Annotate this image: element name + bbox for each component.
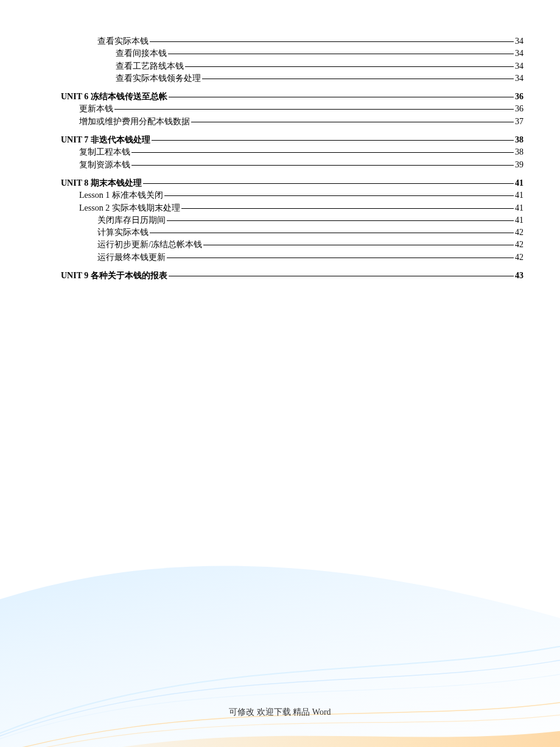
toc-leader-line bbox=[114, 109, 514, 110]
toc-entry: 查看间接本钱34 bbox=[61, 47, 523, 60]
page-footer: 可修改 欢迎下载 精品 Word bbox=[0, 707, 560, 718]
footer-text: 可修改 欢迎下载 精品 Word bbox=[229, 707, 331, 717]
toc-leader-line bbox=[143, 183, 514, 184]
toc-leader-line bbox=[169, 276, 514, 276]
toc-entry: UNIT 7 非迭代本钱处理38 bbox=[61, 134, 523, 146]
toc-leader-line bbox=[167, 258, 514, 258]
toc-entry-page: 38 bbox=[515, 146, 523, 158]
toc-entry-page: 36 bbox=[515, 91, 523, 103]
toc-entry-page: 42 bbox=[515, 251, 523, 264]
toc-entry-page: 39 bbox=[515, 159, 523, 171]
toc-entry-page: 34 bbox=[515, 47, 523, 60]
toc-leader-line bbox=[168, 54, 514, 54]
toc-entry: 查看实际本钱领务处理34 bbox=[61, 72, 523, 85]
toc-entry-label: UNIT 8 期末本钱处理 bbox=[61, 177, 142, 189]
toc-entry: 运行初步更新/冻结总帐本钱42 bbox=[61, 239, 523, 251]
toc-leader-line bbox=[150, 41, 514, 42]
toc-leader-line bbox=[131, 165, 514, 166]
toc-entry-label: 查看间接本钱 bbox=[116, 47, 167, 60]
toc-entry-label: 关闭库存日历期间 bbox=[97, 214, 166, 226]
toc-leader-line bbox=[203, 245, 514, 245]
toc-entry-page: 41 bbox=[515, 189, 523, 202]
toc-entry-label: 更新本钱 bbox=[79, 103, 113, 115]
toc-entry-page: 42 bbox=[515, 239, 523, 251]
toc-entry-page: 43 bbox=[515, 270, 523, 282]
toc-entry: Lesson 2 实际本钱期末处理41 bbox=[61, 202, 523, 214]
toc-entry-page: 42 bbox=[515, 226, 523, 239]
toc-entry-label: 查看实际本钱领务处理 bbox=[116, 72, 201, 85]
toc-entry: 复制资源本钱39 bbox=[61, 159, 523, 171]
toc-leader-line bbox=[131, 152, 514, 153]
toc-entry-label: UNIT 9 各种关于本钱的报表 bbox=[61, 270, 167, 282]
toc-entry-page: 36 bbox=[515, 103, 523, 115]
toc-leader-line bbox=[164, 195, 514, 196]
toc-entry-page: 41 bbox=[515, 177, 523, 189]
document-page: 查看实际本钱34查看间接本钱34查看工艺路线本钱34查看实际本钱领务处理34UN… bbox=[0, 0, 560, 747]
toc-entry-label: UNIT 7 非迭代本钱处理 bbox=[61, 134, 150, 146]
toc-entry-label: UNIT 6 冻结本钱传送至总帐 bbox=[61, 91, 167, 103]
toc-entry-page: 37 bbox=[515, 116, 523, 128]
toc-entry-label: 查看实际本钱 bbox=[97, 35, 149, 47]
toc-entry: 查看工艺路线本钱34 bbox=[61, 60, 523, 72]
toc-leader-line bbox=[181, 208, 514, 209]
toc-entry-page: 38 bbox=[515, 134, 523, 146]
toc-entry-label: 复制资源本钱 bbox=[79, 159, 130, 171]
toc-entry: 计算实际本钱42 bbox=[61, 226, 523, 239]
toc-leader-line bbox=[191, 122, 514, 122]
toc-entry-label: Lesson 1 标准本钱关闭 bbox=[79, 189, 163, 202]
toc-entry-label: 运行最终本钱更新 bbox=[97, 251, 166, 264]
toc-entry: 复制工程本钱38 bbox=[61, 146, 523, 158]
toc-entry: 关闭库存日历期间41 bbox=[61, 214, 523, 226]
toc-entry: UNIT 8 期末本钱处理41 bbox=[61, 177, 523, 189]
toc-leader-line bbox=[202, 79, 514, 79]
toc-leader-line bbox=[167, 220, 514, 221]
toc-entry-label: Lesson 2 实际本钱期末处理 bbox=[79, 202, 180, 214]
toc-entry-page: 34 bbox=[515, 60, 523, 72]
toc-entry-page: 34 bbox=[515, 72, 523, 85]
toc-leader-line bbox=[185, 66, 514, 67]
toc-entry: 增加或维护费用分配本钱数据37 bbox=[61, 116, 523, 128]
toc-entry-page: 41 bbox=[515, 202, 523, 214]
toc-entry: UNIT 6 冻结本钱传送至总帐36 bbox=[61, 91, 523, 103]
toc-entry-label: 复制工程本钱 bbox=[79, 146, 130, 158]
toc-leader-line bbox=[169, 97, 514, 97]
toc-entry-page: 34 bbox=[515, 35, 523, 47]
toc-entry: 更新本钱36 bbox=[61, 103, 523, 115]
toc-entry-label: 增加或维护费用分配本钱数据 bbox=[79, 116, 190, 128]
toc-entry-label: 查看工艺路线本钱 bbox=[116, 60, 184, 72]
toc-leader-line bbox=[152, 140, 514, 141]
toc-leader-line bbox=[150, 233, 514, 233]
table-of-contents: 查看实际本钱34查看间接本钱34查看工艺路线本钱34查看实际本钱领务处理34UN… bbox=[61, 35, 523, 282]
toc-entry-label: 运行初步更新/冻结总帐本钱 bbox=[97, 239, 202, 251]
toc-entry: 运行最终本钱更新42 bbox=[61, 251, 523, 264]
toc-entry-label: 计算实际本钱 bbox=[97, 226, 149, 239]
toc-entry: 查看实际本钱34 bbox=[61, 35, 523, 47]
toc-entry: Lesson 1 标准本钱关闭41 bbox=[61, 189, 523, 202]
toc-entry-page: 41 bbox=[515, 214, 523, 226]
toc-entry: UNIT 9 各种关于本钱的报表43 bbox=[61, 270, 523, 282]
